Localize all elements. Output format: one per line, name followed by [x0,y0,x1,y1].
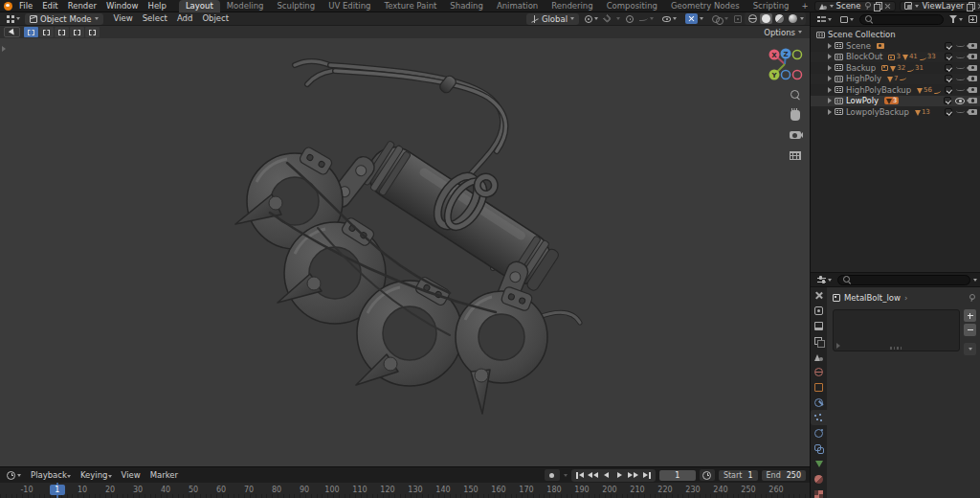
play-button[interactable] [614,470,626,481]
proportional-falloff-dropdown[interactable] [636,13,657,25]
keying-extra-dropdown[interactable] [564,474,568,477]
properties-tab-material[interactable] [811,471,827,487]
hide-viewport-toggle[interactable] [956,86,965,91]
properties-tab-view-layer[interactable] [811,333,827,349]
disclosure-triangle[interactable] [828,98,832,103]
visibility-dropdown[interactable] [659,13,679,25]
3d-model-knuckle-duster[interactable] [0,38,810,466]
overlays-toggle[interactable] [709,13,731,25]
properties-tab-object[interactable] [811,379,827,395]
disable-render-toggle[interactable] [969,87,977,93]
shading-material-button[interactable] [773,13,786,24]
gizmos-toggle[interactable] [682,13,706,25]
toolbar-expand-arrow[interactable] [2,46,6,52]
disclosure-triangle[interactable] [828,87,832,93]
shading-wireframe-button[interactable] [746,13,759,24]
workspace-tab-shading[interactable]: Shading [443,0,490,12]
display-mode-dropdown[interactable] [837,13,857,25]
disclosure-triangle[interactable] [828,109,832,115]
jump-to-start-button[interactable] [574,470,586,481]
editor-type-dropdown[interactable] [4,13,23,25]
properties-editor-dropdown[interactable] [814,274,835,285]
hide-viewport-toggle[interactable] [956,76,965,80]
workspace-tab-scripting[interactable]: Scripting [746,0,796,12]
properties-tab-object-data[interactable] [811,456,827,471]
shading-rendered-button[interactable] [787,13,799,24]
current-frame-field[interactable]: 1 [659,470,696,481]
menu-help[interactable]: Help [143,0,170,12]
scene-selector[interactable]: Scene [814,1,897,11]
disable-render-toggle[interactable] [969,76,977,81]
collection-row-scene[interactable]: Scene [811,40,980,52]
exclude-checkbox[interactable] [945,75,952,82]
play-reverse-button[interactable] [601,470,612,481]
unlink-scene-icon[interactable] [884,3,891,10]
menu-window[interactable]: Window [101,0,144,12]
exclude-checkbox[interactable] [945,42,952,50]
active-tool-button[interactable] [4,27,20,37]
remove-slot-button[interactable] [964,324,976,336]
select-mode-subtract[interactable] [55,27,69,37]
properties-tab-tool[interactable] [811,287,827,303]
collection-row-backup[interactable]: Backup3231 [811,62,980,74]
add-slot-button[interactable] [964,309,976,322]
pin-id-icon[interactable] [968,294,975,303]
frame-start-field[interactable]: Start 1 [719,470,758,481]
object-name[interactable]: MetalBolt_low [844,293,901,303]
collection-row-highpolybackup[interactable]: HighPolyBackup569 [811,84,980,96]
exclude-checkbox[interactable] [945,64,952,72]
scene-name[interactable]: Scene [836,1,861,11]
timeline-menu-keying[interactable]: Keying [76,469,117,482]
workspace-tab-sculpting[interactable]: Sculpting [270,0,322,12]
camera-view-button[interactable] [789,128,802,142]
disclosure-triangle[interactable] [828,76,832,81]
outliner-search-input[interactable] [859,14,944,25]
disable-render-toggle[interactable] [969,43,977,49]
pin-icon[interactable] [863,2,871,11]
disclosure-triangle[interactable] [828,43,832,49]
properties-tab-physics[interactable] [811,425,827,441]
specials-dropdown[interactable] [964,343,976,355]
view-layer-selector[interactable]: ViewLayer [900,1,980,11]
new-collection-button[interactable] [969,15,977,23]
select-mode-extend[interactable] [39,27,54,37]
disclosure-triangle[interactable] [828,54,832,59]
viewport-menu-select[interactable]: Select [138,12,172,25]
exclude-checkbox[interactable] [945,108,952,116]
select-mode-intersect[interactable] [85,27,100,37]
mode-dropdown[interactable]: Object Mode [25,13,103,25]
collection-row-blockout[interactable]: BlockOut34133 [811,52,980,63]
disable-render-toggle[interactable] [969,98,977,103]
select-mode-invert[interactable] [70,27,84,37]
workspace-tab-rendering[interactable]: Rendering [545,0,599,12]
hide-viewport-toggle[interactable] [956,108,965,113]
workspace-tab-animation[interactable]: Animation [490,0,545,12]
hide-viewport-toggle[interactable] [956,54,965,58]
properties-tab-texture[interactable] [811,487,827,498]
filter-dropdown[interactable] [947,13,966,25]
workspace-tab-geometry-nodes[interactable]: Geometry Nodes [664,0,746,12]
particle-systems-list[interactable] [833,309,960,351]
properties-tab-output[interactable] [811,318,827,333]
workspace-tab-compositing[interactable]: Compositing [600,0,664,12]
disclosure-triangle[interactable] [828,65,832,71]
viewport-menu-view[interactable]: View [109,12,138,25]
collection-row-lowpolybackup[interactable]: LowpolyBackup13 [811,106,980,118]
properties-tab-world[interactable] [811,364,827,379]
exclude-checkbox[interactable] [945,86,952,94]
navigation-gizmo[interactable]: X Z Y [763,45,807,87]
properties-tab-render[interactable] [811,303,827,318]
snap-settings-dropdown[interactable] [613,13,623,25]
properties-tab-modifiers[interactable] [811,395,827,410]
zoom-button[interactable] [789,88,802,102]
disable-render-toggle[interactable] [969,65,977,71]
workspace-tab-texture-paint[interactable]: Texture Paint [378,0,444,12]
xray-toggle[interactable] [734,15,742,23]
jump-to-end-button[interactable] [641,470,653,481]
properties-options-dropdown[interactable] [973,279,977,282]
view-layer-name[interactable]: ViewLayer [922,1,964,11]
proportional-editing-toggle[interactable] [626,15,634,23]
exclude-checkbox[interactable] [945,53,952,60]
workspace-tab-uv-editing[interactable]: UV Editing [322,0,377,12]
properties-search-input[interactable] [837,275,970,285]
